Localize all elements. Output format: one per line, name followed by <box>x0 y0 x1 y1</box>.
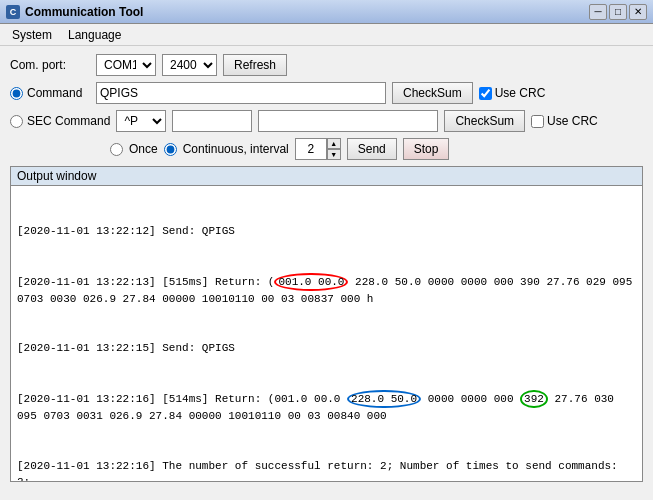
output-line-3: [2020-11-01 13:22:15] Send: QPIGS <box>17 340 636 357</box>
output-line-1: [2020-11-01 13:22:12] Send: QPIGS <box>17 223 636 240</box>
command-label: Command <box>27 86 82 100</box>
output-window[interactable]: [2020-11-01 13:22:12] Send: QPIGS [2020-… <box>11 186 642 481</box>
title-bar: C Communication Tool ─ □ ✕ <box>0 0 653 24</box>
sec-use-crc-label: Use CRC <box>531 114 598 128</box>
menu-language[interactable]: Language <box>60 26 129 44</box>
spinner-up-button[interactable]: ▲ <box>327 138 341 149</box>
sec-prefix-select[interactable]: ^P <box>116 110 166 132</box>
spinner-down-button[interactable]: ▼ <box>327 149 341 160</box>
command-use-crc-checkbox[interactable] <box>479 87 492 100</box>
circle-red-annotation: 001.0 00.0 <box>274 273 348 291</box>
sec-command-radio[interactable] <box>10 115 23 128</box>
output-section: Output window [2020-11-01 13:22:12] Send… <box>10 166 643 482</box>
title-bar-buttons: ─ □ ✕ <box>589 4 647 20</box>
main-content: Com. port: COM1 2400 Refresh Command Che… <box>0 46 653 490</box>
circle-green-annotation: 392 <box>520 390 548 408</box>
continuous-label: Continuous, interval <box>183 142 289 156</box>
maximize-button[interactable]: □ <box>609 4 627 20</box>
command-input[interactable] <box>96 82 386 104</box>
once-label: Once <box>129 142 158 156</box>
interval-input[interactable] <box>295 138 327 160</box>
stop-button[interactable]: Stop <box>403 138 450 160</box>
app-icon: C <box>6 5 20 19</box>
command-use-crc-label: Use CRC <box>479 86 546 100</box>
command-radio[interactable] <box>10 87 23 100</box>
menu-system[interactable]: System <box>4 26 60 44</box>
command-row: Command CheckSum Use CRC <box>10 82 643 104</box>
sec-use-crc-checkbox[interactable] <box>531 115 544 128</box>
com-port-label: Com. port: <box>10 58 90 72</box>
com-port-row: Com. port: COM1 2400 Refresh <box>10 54 643 76</box>
refresh-button[interactable]: Refresh <box>223 54 287 76</box>
baud-rate-select[interactable]: 2400 <box>162 54 217 76</box>
sec-checksum-button[interactable]: CheckSum <box>444 110 525 132</box>
interval-spinner: ▲ ▼ <box>295 138 341 160</box>
sec-input1[interactable] <box>172 110 252 132</box>
continuous-radio[interactable] <box>164 143 177 156</box>
interval-row: Once Continuous, interval ▲ ▼ Send Stop <box>110 138 643 160</box>
command-checksum-button[interactable]: CheckSum <box>392 82 473 104</box>
output-line-5: [2020-11-01 13:22:16] The number of succ… <box>17 458 636 481</box>
title-bar-text: Communication Tool <box>25 5 589 19</box>
sec-command-row: SEC Command ^P CheckSum Use CRC <box>10 110 643 132</box>
output-line-4: [2020-11-01 13:22:16] [514ms] Return: (0… <box>17 390 636 425</box>
menu-bar: System Language <box>0 24 653 46</box>
minimize-button[interactable]: ─ <box>589 4 607 20</box>
output-line-2: [2020-11-01 13:22:13] [515ms] Return: (0… <box>17 273 636 308</box>
once-radio[interactable] <box>110 143 123 156</box>
close-button[interactable]: ✕ <box>629 4 647 20</box>
send-button[interactable]: Send <box>347 138 397 160</box>
sec-command-label: SEC Command <box>27 114 110 128</box>
output-header: Output window <box>11 167 642 186</box>
com-port-select[interactable]: COM1 <box>96 54 156 76</box>
circle-blue-annotation: 228.0 50.0 <box>347 390 421 408</box>
spinner-buttons: ▲ ▼ <box>327 138 341 160</box>
sec-input2[interactable] <box>258 110 438 132</box>
